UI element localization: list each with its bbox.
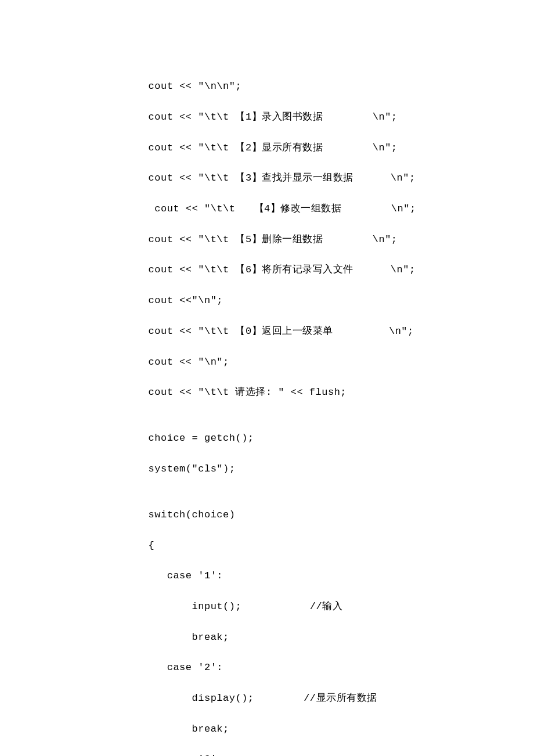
code-line: cout << "\t\t 【3】查找并显示一组数据 \n";	[99, 171, 534, 186]
code-line: cout << "\t\t 【5】删除一组数据 \n";	[99, 232, 534, 247]
code-line: switch(choice)	[99, 507, 534, 523]
code-line: cout << "\t\t 【1】录入图书数据 \n";	[99, 110, 534, 125]
code-line: break;	[99, 630, 534, 645]
code-line: cout << "\t\t 【6】将所有记录写入文件 \n";	[99, 262, 534, 278]
code-line: cout << "\n";	[99, 355, 534, 370]
code-line: cout << "\t\t 【4】修改一组数据 \n";	[99, 201, 534, 217]
code-line: cout << "\t\t 请选择: " << flush;	[99, 385, 534, 400]
code-line: case '2':	[99, 660, 534, 675]
code-line: choice = getch();	[99, 431, 534, 446]
code-line: case '1':	[99, 568, 534, 584]
code-line: cout <<"\n";	[99, 293, 534, 308]
code-line: {	[99, 538, 534, 553]
code-page: cout << "\n\n"; cout << "\t\t 【1】录入图书数据 …	[0, 0, 534, 756]
code-line: display(); //显示所有数据	[99, 691, 534, 706]
code-line: system("cls");	[99, 462, 534, 477]
code-line: case '3':	[99, 752, 534, 756]
code-line: input(); //输入	[99, 599, 534, 614]
code-line: cout << "\t\t 【2】显示所有数据 \n";	[99, 141, 534, 156]
code-line: break;	[99, 722, 534, 737]
code-line: cout << "\t\t 【0】返回上一级菜单 \n";	[99, 324, 534, 339]
code-line: cout << "\n\n";	[99, 79, 534, 94]
